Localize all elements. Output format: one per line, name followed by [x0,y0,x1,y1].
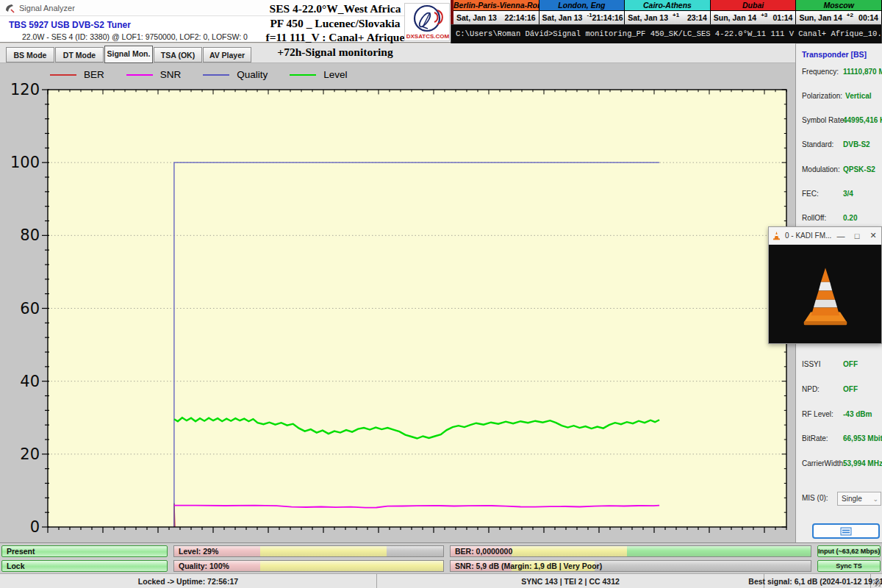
vlc-titlebar[interactable]: 0 - KADI FM... — □ ✕ [769,227,881,245]
tp-label: FEC: [802,190,840,198]
y-tick-80: 80 [6,226,40,244]
clock-time: 22:14:16 [505,13,536,22]
level-bar-label: Level: 29% [179,547,218,556]
tp-value: 3/4 [843,190,853,198]
clock-time: 23:14 [687,13,707,22]
clock-offset: -1 [587,12,592,18]
tp-row-frequency: Frequency:11110,870 MHz [802,68,881,76]
status-sync-counters: SYNC 143 | TEI 2 | CC 4312 [377,574,764,588]
mis-dropdown[interactable]: Single ⌄ [837,492,881,506]
status-best-signal: Best signal: 6,1 dB (2024-01-12 19:21) [764,574,871,588]
legend-swatch-ber [50,74,76,76]
bar-segment [627,546,811,556]
tp-label: NPD: [802,385,840,393]
tab-av-player[interactable]: AV Player [203,47,251,62]
signal-status-strip: Present Lock Level: 29% Quality: 100% BE… [0,542,882,573]
tp-label: Modulation: [802,165,840,173]
tp-row-rf-level: RF Level:-43 dBm [802,410,881,418]
tab-tsa[interactable]: TSA (OK) [154,47,202,62]
present-indicator: Present [1,545,168,557]
clock-date: Sun, Jan 14 [799,13,842,22]
terminal-prompt: C:\Users\Roman Dávid>Signal monitoring_P… [451,25,881,38]
snr-bar-label: SNR: 5,9 dB (Margin: 1,9 dB | Very Poor) [455,562,602,570]
input-bitrate-box: Input (~63,62 Mbps) [817,545,881,557]
legend-label: BER [84,69,104,80]
terminal-window[interactable]: C:\Users\Roman Dávid>Signal monitoring_P… [451,24,882,44]
clock-dubai: Dubai Sun, Jan 14+301:14 [711,0,797,24]
clock-offset: +3 [761,12,767,18]
tp-row-npd: NPD:OFF [802,385,881,393]
world-clock-panel: Berlin-Paris-Vienna-Roma Sat, Jan 1322:1… [451,0,882,24]
tp-row-issyi: ISSYIOFF [802,360,881,368]
tp-row-standard: Standard:DVB-S2 [802,140,881,148]
clock-date: Sun, Jan 14 [714,13,756,22]
monitoring-annotation: SES 4-22.0°W_West Africa PF 450 _ Lucene… [265,1,406,59]
y-tick-120: 120 [6,81,40,98]
tp-value: QPSK-S2 [843,165,875,173]
clock-offset: +2 [847,12,853,18]
legend-item-quality: Quality [203,69,268,80]
clock-city: London, Eng [539,0,625,11]
lock-indicator: Lock [1,560,168,572]
ber-bar-label: BER: 0,0000000 [455,547,512,556]
y-tick-0: 0 [6,518,40,536]
clock-offset: +1 [673,12,679,18]
level-progress-bar: Level: 29% [173,545,444,557]
legend-item-snr: SNR [126,69,182,80]
tp-value: OFF [843,360,858,368]
logo-text: DXSATCS.COM [406,33,450,40]
chart-plot-area [40,82,794,542]
close-button[interactable]: ✕ [865,231,881,240]
tp-value: DVB-S2 [843,140,870,148]
clock-cairo: Cairo-Athens Sat, Jan 13+123:14 [625,0,711,24]
snr-progress-bar: SNR: 5,9 dB (Margin: 1,9 dB | Very Poor) [450,560,811,572]
maximize-button[interactable]: □ [849,232,865,240]
tuner-name: TBS 5927 USB DVB-S2 Tuner [9,20,131,30]
tp-label: BitRate: [802,434,840,442]
y-tick-20: 20 [6,445,40,463]
clock-berlin: Berlin-Paris-Vienna-Roma Sat, Jan 1322:1… [453,0,539,24]
legend-swatch-level [290,74,316,76]
clock-time: 00:14 [858,13,878,22]
tuner-details: 22.0W - SES 4 (ID: 3380) @ LOF1: 9750000… [22,32,248,41]
window-title: Signal Analyzer [19,4,75,12]
tab-dt-mode[interactable]: DT Mode [55,47,104,62]
legend-item-ber: BER [50,69,104,80]
vlc-window-title: 0 - KADI FM... [785,232,833,240]
vlc-cone-icon [781,250,870,338]
minimize-button[interactable]: — [833,232,849,240]
tp-value: 44995,416 KS/s [843,116,882,124]
tp-value: 11110,870 MHz [843,68,882,76]
bar-segment [260,546,387,556]
legend-label: SNR [160,69,182,80]
tp-row-fec: FEC:3/4 [802,190,881,198]
clock-time: 21:14:16 [592,13,623,22]
y-tick-60: 60 [6,300,40,318]
legend-swatch-snr [126,74,153,76]
clock-london: London, Eng Sat, Jan 13-121:14:16 [539,0,625,24]
vlc-video-area[interactable] [769,245,881,343]
signal-monitor-chart: BER SNR Quality Level 120 100 80 60 40 2… [0,63,795,542]
tp-row-bitrate: BitRate:66,953 Mbit/s [802,434,881,442]
tp-label: ISSYI [802,360,840,368]
clock-moscow: Moscow Sun, Jan 14+200:14 [796,0,882,24]
tp-row-symbol-rate: Symbol Rate:44995,416 KS/s [802,116,881,124]
tab-signal-mon[interactable]: Signal Mon. [104,46,153,63]
tp-label: RF Level: [802,410,840,418]
tp-label: MIS (0): [802,494,840,502]
app-icon [4,3,15,13]
vlc-window[interactable]: 0 - KADI FM... — □ ✕ [768,226,882,344]
tp-value: 66,953 Mbit/s [843,434,882,442]
tp-label: Standard: [802,140,840,148]
tp-row-polarization: Polarization:Vertical [802,92,881,100]
panel-bottom-button[interactable] [812,523,880,539]
tab-bs-mode[interactable]: BS Mode [6,47,54,62]
clock-date: Sat, Jan 13 [542,13,583,22]
tp-label: Polarization: [802,92,842,100]
ber-progress-bar: BER: 0,0000000 [450,545,811,557]
tp-row-carrier-width: CarrierWidth:53,994 MHz [802,459,881,467]
clock-city: Moscow [796,0,881,11]
resize-grip[interactable] [871,574,882,588]
clock-time: 01:14 [773,13,793,22]
tp-row-modulation: Modulation:QPSK-S2 [802,165,881,173]
